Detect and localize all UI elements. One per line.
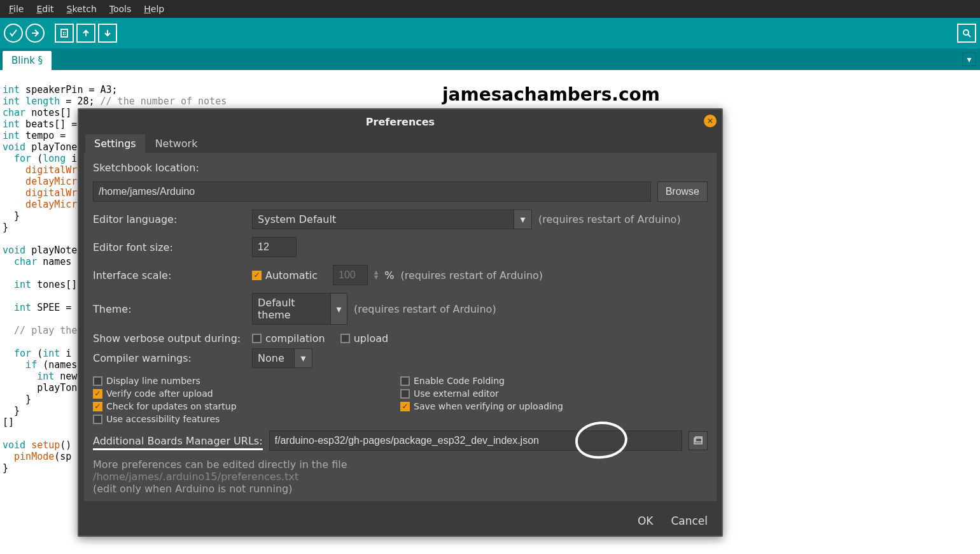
- sketchbook-label: Sketchbook location:: [93, 162, 246, 174]
- tab-bar: Blink § ▾: [0, 48, 980, 70]
- warnings-select[interactable]: None ▾: [252, 348, 312, 368]
- watermark-text: jamesachambers.com: [442, 84, 660, 105]
- menu-help[interactable]: Help: [139, 2, 169, 16]
- more-prefs-text: More preferences can be edited directly …: [93, 458, 708, 471]
- checkbox-icon: [93, 402, 102, 411]
- scale-stepper[interactable]: ▲▼: [374, 270, 378, 280]
- menu-file[interactable]: File: [4, 2, 29, 16]
- verbose-upload-checkbox[interactable]: upload: [340, 332, 389, 344]
- verifycode-checkbox[interactable]: Verify code after upload: [93, 388, 391, 399]
- theme-label: Theme:: [93, 303, 246, 315]
- warnings-label: Compiler warnings:: [93, 352, 246, 364]
- dialog-tabs: Settings Network: [79, 134, 722, 153]
- preferences-dialog: Preferences ✕ Settings Network Sketchboo…: [78, 108, 723, 537]
- scale-label: Interface scale:: [93, 269, 246, 281]
- tab-dropdown-button[interactable]: ▾: [962, 52, 976, 66]
- checkbox-icon: [400, 402, 410, 411]
- checkbox-icon: [340, 334, 350, 343]
- file-icon: [59, 28, 69, 38]
- fontsize-label: Editor font size:: [93, 241, 246, 253]
- cancel-button[interactable]: Cancel: [664, 511, 714, 530]
- codefolding-checkbox[interactable]: Enable Code Folding: [400, 376, 699, 386]
- tab-settings[interactable]: Settings: [85, 134, 145, 153]
- edit-note: (edit only when Arduino is not running): [93, 483, 708, 495]
- verbose-compilation-checkbox[interactable]: compilation: [252, 332, 325, 344]
- arrow-right-icon: [30, 28, 40, 38]
- chevron-down-icon: ▾: [514, 210, 531, 229]
- arrow-down-icon: [102, 28, 113, 38]
- accessibility-checkbox[interactable]: Use accessibility features: [93, 414, 391, 424]
- theme-select[interactable]: Default theme ▾: [252, 293, 347, 325]
- updates-checkbox[interactable]: Check for updates on startup: [93, 401, 391, 411]
- checkbox-icon: [400, 376, 410, 386]
- externaleditor-checkbox[interactable]: Use external editor: [400, 388, 699, 399]
- tab-network[interactable]: Network: [146, 134, 207, 153]
- serial-monitor-button[interactable]: [957, 24, 976, 43]
- arrow-up-icon: [81, 28, 91, 38]
- dialog-footer: OK Cancel: [79, 506, 722, 536]
- toolbar: [0, 18, 980, 48]
- checkbox-icon: [252, 334, 262, 343]
- dialog-title-bar: Preferences ✕: [79, 110, 722, 134]
- verify-button[interactable]: [4, 24, 23, 43]
- menu-sketch[interactable]: Sketch: [62, 2, 102, 16]
- menu-bar: FileEditSketchToolsHelp: [0, 0, 980, 18]
- svg-point-1: [963, 30, 969, 35]
- upload-button[interactable]: [25, 24, 45, 43]
- fontsize-input[interactable]: [252, 237, 297, 257]
- restart-note-3: (requires restart of Arduino): [354, 303, 496, 315]
- check-icon: [8, 28, 18, 38]
- language-select[interactable]: System Default ▾: [252, 210, 532, 229]
- scale-automatic-checkbox[interactable]: Automatic: [252, 269, 318, 281]
- prefs-file-path: /home/james/.arduino15/preferences.txt: [93, 471, 708, 483]
- checkbox-icon: [252, 271, 262, 280]
- ok-button[interactable]: OK: [631, 511, 660, 530]
- dialog-body: Sketchbook location: Browse Editor langu…: [84, 153, 717, 501]
- code-kw: int: [3, 84, 20, 96]
- restart-note: (requires restart of Arduino): [538, 213, 681, 225]
- checkbox-icon: [93, 389, 102, 399]
- language-label: Editor language:: [93, 213, 246, 225]
- checkbox-icon: [400, 389, 410, 399]
- chevron-down-icon: ▾: [330, 294, 347, 324]
- new-sketch-button[interactable]: [55, 24, 74, 43]
- svg-rect-3: [696, 437, 702, 442]
- saveverify-checkbox[interactable]: Save when verifying or uploading: [400, 401, 699, 411]
- close-icon: ✕: [707, 117, 713, 125]
- boards-label: Additional Boards Manager URLs:: [93, 435, 263, 447]
- boards-url-expand-button[interactable]: [689, 431, 708, 450]
- verbose-label: Show verbose output during:: [93, 332, 246, 344]
- window-icon: [693, 436, 703, 446]
- chevron-down-icon: ▾: [294, 349, 312, 367]
- scale-input: [333, 265, 368, 285]
- boards-url-input[interactable]: [269, 430, 682, 451]
- chevron-down-icon: ▾: [967, 54, 971, 64]
- sketch-tab[interactable]: Blink §: [3, 51, 52, 70]
- dialog-title: Preferences: [366, 116, 435, 128]
- browse-button[interactable]: Browse: [657, 181, 708, 202]
- dialog-close-button[interactable]: ✕: [704, 115, 717, 127]
- open-sketch-button[interactable]: [76, 24, 95, 43]
- sketchbook-input[interactable]: [93, 181, 651, 202]
- magnifier-icon: [962, 28, 972, 38]
- linenumbers-checkbox[interactable]: Display line numbers: [93, 376, 391, 386]
- menu-edit[interactable]: Edit: [31, 2, 59, 16]
- menu-tools[interactable]: Tools: [104, 2, 137, 16]
- checkbox-icon: [93, 415, 102, 424]
- save-sketch-button[interactable]: [98, 24, 117, 43]
- checkbox-icon: [93, 376, 102, 386]
- restart-note-2: (requires restart of Arduino): [400, 269, 543, 281]
